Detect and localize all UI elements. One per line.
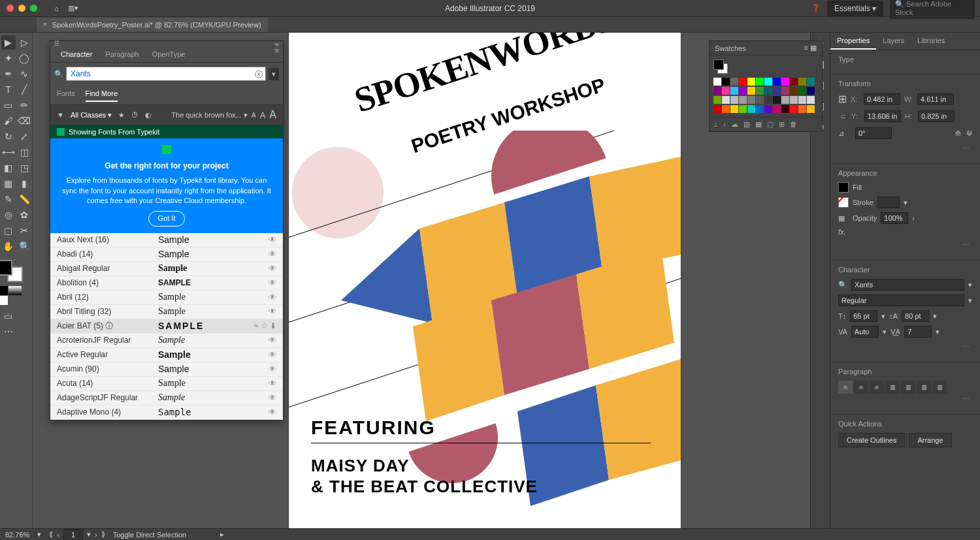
trash-icon[interactable]: 🗑 bbox=[790, 120, 797, 129]
close-window-icon[interactable] bbox=[7, 5, 14, 12]
link-wh-icon[interactable]: ⊂ bbox=[838, 109, 847, 123]
opacity-field[interactable]: 100% bbox=[881, 212, 908, 224]
swatch-cell[interactable] bbox=[739, 105, 747, 113]
gradient-tool-icon[interactable]: ▮ bbox=[17, 176, 31, 191]
swatch-cell[interactable] bbox=[798, 96, 806, 104]
eyedropper-icon[interactable]: ✎ bbox=[1, 192, 16, 206]
flip-horizontal-icon[interactable]: ⟰ bbox=[955, 129, 961, 138]
size-medium-icon[interactable]: A bbox=[260, 110, 266, 120]
swatch-cell[interactable] bbox=[807, 78, 815, 86]
screen-mode-icon[interactable]: ▭ bbox=[1, 309, 16, 323]
tab-properties[interactable]: Properties bbox=[830, 33, 876, 50]
typekit-icon[interactable]: ◐ bbox=[145, 111, 152, 119]
more-options-icon[interactable]: ⋯ bbox=[960, 394, 972, 405]
more-options-icon[interactable]: ⋯ bbox=[960, 341, 972, 353]
swatch-cell[interactable] bbox=[739, 96, 747, 104]
tab-libraries[interactable]: Libraries bbox=[911, 33, 951, 50]
magic-wand-icon[interactable]: ✦ bbox=[1, 51, 16, 65]
measure-tool-icon[interactable]: 📏 bbox=[17, 192, 31, 206]
x-field[interactable]: 0.482 in bbox=[864, 93, 900, 105]
folder-icon[interactable]: ▢ bbox=[767, 120, 774, 129]
swatch-cell[interactable] bbox=[773, 105, 781, 113]
new-group-icon[interactable]: ▥ bbox=[743, 120, 750, 129]
sample-text-select[interactable]: The quick brown fox... ▾ bbox=[171, 111, 248, 119]
minimize-window-icon[interactable] bbox=[18, 5, 25, 12]
current-colors[interactable] bbox=[713, 59, 728, 74]
reference-point-icon[interactable]: ⊞ bbox=[838, 93, 847, 105]
zoom-tool-icon[interactable]: 🔍 bbox=[17, 239, 31, 253]
mesh-tool-icon[interactable]: ▦ bbox=[1, 176, 16, 191]
swatch-cell[interactable] bbox=[756, 96, 764, 104]
first-page-icon[interactable]: ⟪ bbox=[49, 530, 53, 539]
swatch-cell[interactable] bbox=[807, 96, 815, 104]
swatch-cell[interactable] bbox=[798, 78, 806, 86]
swatch-cell[interactable] bbox=[747, 105, 755, 113]
align-left-icon[interactable]: ≡ bbox=[838, 381, 853, 394]
filter-icon[interactable]: ▼ bbox=[57, 111, 64, 119]
font-row[interactable]: Acuta (14) Sample 👁 bbox=[50, 377, 283, 391]
swatch-cell[interactable] bbox=[807, 87, 815, 95]
chevron-down-icon[interactable]: ▾ bbox=[904, 199, 907, 207]
artboard-tool-icon[interactable]: ▢ bbox=[1, 223, 16, 238]
edit-toolbar-icon[interactable]: ⋯ bbox=[1, 325, 16, 339]
stroke-swatch[interactable] bbox=[838, 197, 849, 208]
font-row[interactable]: Abigail Regular Sample 👁 bbox=[50, 262, 283, 276]
chevron-down-icon[interactable]: ▾ bbox=[968, 296, 972, 305]
chevron-down-icon[interactable]: ▾ bbox=[881, 312, 885, 321]
arrange-button[interactable]: Arrange bbox=[909, 433, 951, 447]
align-right-icon[interactable]: ≡ bbox=[870, 381, 884, 394]
swatch-options-icon[interactable]: ☁ bbox=[731, 120, 738, 129]
justify-left-icon[interactable]: ≣ bbox=[885, 381, 900, 394]
clear-input-icon[interactable]: ⓧ bbox=[255, 69, 263, 80]
chevron-down-icon[interactable]: ▾ bbox=[968, 281, 972, 289]
chevron-down-icon[interactable]: ▾ bbox=[933, 312, 937, 321]
swatch-cell[interactable] bbox=[764, 87, 772, 95]
fill-color[interactable] bbox=[0, 260, 12, 276]
swatch-cell[interactable] bbox=[781, 78, 789, 86]
lasso-tool-icon[interactable]: ◯ bbox=[17, 51, 31, 65]
swatch-cell[interactable] bbox=[722, 96, 730, 104]
swatch-cell[interactable] bbox=[747, 87, 755, 95]
tab-opentype[interactable]: OpenType bbox=[146, 46, 192, 62]
search-input[interactable]: 🔍 Search Adobe Stock bbox=[890, 0, 975, 19]
tab-character[interactable]: Character bbox=[54, 46, 99, 62]
swatch-cell[interactable] bbox=[713, 87, 721, 95]
direct-selection-icon[interactable]: ▷ bbox=[17, 35, 31, 50]
font-row[interactable]: AdageScriptJF Regular Sample 👁 bbox=[50, 391, 283, 405]
y-field[interactable]: 13.606 in bbox=[864, 110, 901, 122]
chevron-down-icon[interactable]: ▾ bbox=[87, 530, 91, 539]
create-outlines-button[interactable]: Create Outlines bbox=[838, 433, 905, 447]
swatch-cell[interactable] bbox=[713, 78, 721, 86]
font-row[interactable]: Abadi (14) Sample 👁 bbox=[50, 247, 283, 262]
more-options-icon[interactable]: ⋯ bbox=[960, 143, 972, 154]
close-tab-icon[interactable]: × bbox=[43, 21, 47, 28]
kerning-field[interactable]: 7 bbox=[904, 326, 932, 338]
grid-view-icon[interactable]: ▦ bbox=[810, 44, 817, 52]
eraser-icon[interactable]: ⌫ bbox=[17, 114, 31, 128]
swatch-cell[interactable] bbox=[722, 87, 730, 95]
symbol-sprayer-icon[interactable]: ✿ bbox=[17, 208, 31, 222]
maximize-window-icon[interactable] bbox=[30, 5, 37, 12]
font-name-field[interactable]: Xants bbox=[851, 279, 964, 291]
brush-tool-icon[interactable]: 🖌 bbox=[1, 114, 16, 128]
font-row[interactable]: Abolition (4) SAMPLE 👁 bbox=[50, 276, 283, 291]
tab-layers[interactable]: Layers bbox=[876, 33, 911, 50]
tab-find-more[interactable]: Find More bbox=[86, 87, 118, 102]
tab-paragraph[interactable]: Paragraph bbox=[99, 46, 145, 62]
justify-right-icon[interactable]: ≣ bbox=[917, 381, 931, 394]
swatch-cell[interactable] bbox=[756, 87, 764, 95]
last-page-icon[interactable]: ⟫ bbox=[101, 530, 105, 539]
home-icon[interactable]: ⌂ bbox=[54, 5, 59, 12]
fx-label[interactable]: fx. bbox=[838, 228, 846, 236]
font-search-input[interactable]: Xants ⓧ bbox=[66, 67, 266, 81]
chevron-down-icon[interactable]: ▾ bbox=[936, 328, 939, 336]
font-row[interactable]: Active Regular Sample 👁 bbox=[50, 348, 283, 362]
next-page-icon[interactable]: › bbox=[95, 531, 97, 539]
line-tool-icon[interactable]: ╱ bbox=[17, 82, 31, 97]
chevron-right-icon[interactable]: › bbox=[912, 214, 915, 222]
help-icon[interactable]: ❓ bbox=[811, 4, 821, 12]
swatch-cell[interactable] bbox=[730, 87, 738, 95]
font-size-field[interactable]: 65 pt bbox=[850, 310, 877, 322]
show-kind-icon[interactable]: ‹ bbox=[723, 120, 726, 129]
font-row[interactable]: Aaux Next (16) Sample 👁 bbox=[50, 233, 283, 247]
